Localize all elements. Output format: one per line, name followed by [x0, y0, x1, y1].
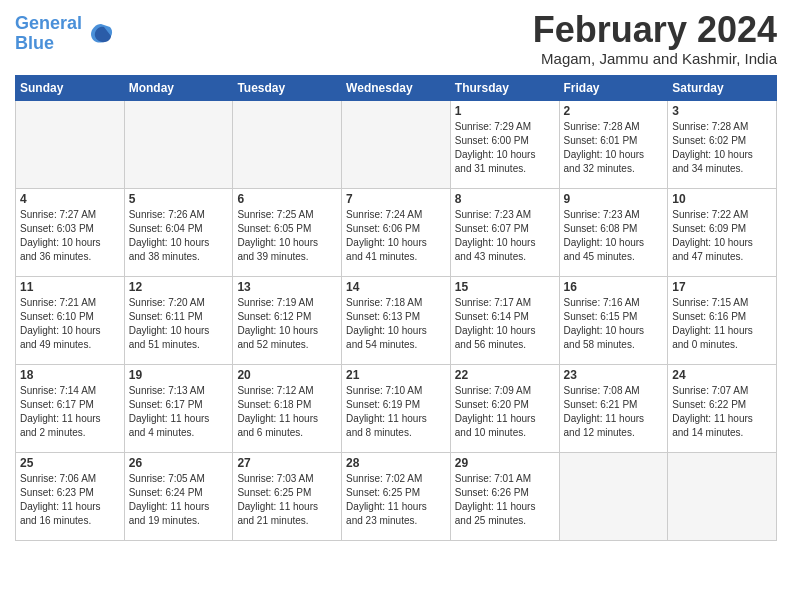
day-cell — [124, 100, 233, 188]
day-info: Sunrise: 7:26 AM Sunset: 6:04 PM Dayligh… — [129, 208, 229, 264]
day-number: 26 — [129, 456, 229, 470]
day-cell: 4Sunrise: 7:27 AM Sunset: 6:03 PM Daylig… — [16, 188, 125, 276]
day-cell: 29Sunrise: 7:01 AM Sunset: 6:26 PM Dayli… — [450, 452, 559, 540]
day-info: Sunrise: 7:05 AM Sunset: 6:24 PM Dayligh… — [129, 472, 229, 528]
day-info: Sunrise: 7:03 AM Sunset: 6:25 PM Dayligh… — [237, 472, 337, 528]
day-number: 23 — [564, 368, 664, 382]
day-cell: 18Sunrise: 7:14 AM Sunset: 6:17 PM Dayli… — [16, 364, 125, 452]
day-cell: 10Sunrise: 7:22 AM Sunset: 6:09 PM Dayli… — [668, 188, 777, 276]
day-number: 21 — [346, 368, 446, 382]
day-number: 1 — [455, 104, 555, 118]
day-cell: 14Sunrise: 7:18 AM Sunset: 6:13 PM Dayli… — [342, 276, 451, 364]
day-number: 29 — [455, 456, 555, 470]
day-number: 15 — [455, 280, 555, 294]
day-cell: 11Sunrise: 7:21 AM Sunset: 6:10 PM Dayli… — [16, 276, 125, 364]
day-info: Sunrise: 7:22 AM Sunset: 6:09 PM Dayligh… — [672, 208, 772, 264]
day-info: Sunrise: 7:24 AM Sunset: 6:06 PM Dayligh… — [346, 208, 446, 264]
day-cell: 7Sunrise: 7:24 AM Sunset: 6:06 PM Daylig… — [342, 188, 451, 276]
day-cell: 1Sunrise: 7:29 AM Sunset: 6:00 PM Daylig… — [450, 100, 559, 188]
col-header-thursday: Thursday — [450, 75, 559, 100]
day-cell: 23Sunrise: 7:08 AM Sunset: 6:21 PM Dayli… — [559, 364, 668, 452]
day-info: Sunrise: 7:19 AM Sunset: 6:12 PM Dayligh… — [237, 296, 337, 352]
day-number: 14 — [346, 280, 446, 294]
day-cell: 6Sunrise: 7:25 AM Sunset: 6:05 PM Daylig… — [233, 188, 342, 276]
day-info: Sunrise: 7:18 AM Sunset: 6:13 PM Dayligh… — [346, 296, 446, 352]
logo-text: General Blue — [15, 14, 82, 54]
day-number: 5 — [129, 192, 229, 206]
col-header-monday: Monday — [124, 75, 233, 100]
day-info: Sunrise: 7:25 AM Sunset: 6:05 PM Dayligh… — [237, 208, 337, 264]
day-number: 11 — [20, 280, 120, 294]
day-number: 6 — [237, 192, 337, 206]
header-row: SundayMondayTuesdayWednesdayThursdayFrid… — [16, 75, 777, 100]
week-row-4: 25Sunrise: 7:06 AM Sunset: 6:23 PM Dayli… — [16, 452, 777, 540]
day-info: Sunrise: 7:17 AM Sunset: 6:14 PM Dayligh… — [455, 296, 555, 352]
day-info: Sunrise: 7:09 AM Sunset: 6:20 PM Dayligh… — [455, 384, 555, 440]
logo: General Blue — [15, 14, 116, 54]
col-header-wednesday: Wednesday — [342, 75, 451, 100]
day-number: 28 — [346, 456, 446, 470]
day-cell — [559, 452, 668, 540]
day-info: Sunrise: 7:14 AM Sunset: 6:17 PM Dayligh… — [20, 384, 120, 440]
day-cell: 9Sunrise: 7:23 AM Sunset: 6:08 PM Daylig… — [559, 188, 668, 276]
day-number: 4 — [20, 192, 120, 206]
day-number: 22 — [455, 368, 555, 382]
day-cell — [16, 100, 125, 188]
day-cell — [233, 100, 342, 188]
day-cell: 15Sunrise: 7:17 AM Sunset: 6:14 PM Dayli… — [450, 276, 559, 364]
day-info: Sunrise: 7:21 AM Sunset: 6:10 PM Dayligh… — [20, 296, 120, 352]
col-header-tuesday: Tuesday — [233, 75, 342, 100]
day-cell: 12Sunrise: 7:20 AM Sunset: 6:11 PM Dayli… — [124, 276, 233, 364]
day-cell: 21Sunrise: 7:10 AM Sunset: 6:19 PM Dayli… — [342, 364, 451, 452]
col-header-sunday: Sunday — [16, 75, 125, 100]
day-info: Sunrise: 7:28 AM Sunset: 6:01 PM Dayligh… — [564, 120, 664, 176]
day-cell: 27Sunrise: 7:03 AM Sunset: 6:25 PM Dayli… — [233, 452, 342, 540]
col-header-saturday: Saturday — [668, 75, 777, 100]
day-number: 25 — [20, 456, 120, 470]
day-number: 7 — [346, 192, 446, 206]
day-number: 19 — [129, 368, 229, 382]
week-row-2: 11Sunrise: 7:21 AM Sunset: 6:10 PM Dayli… — [16, 276, 777, 364]
day-cell: 8Sunrise: 7:23 AM Sunset: 6:07 PM Daylig… — [450, 188, 559, 276]
day-cell: 5Sunrise: 7:26 AM Sunset: 6:04 PM Daylig… — [124, 188, 233, 276]
col-header-friday: Friday — [559, 75, 668, 100]
week-row-0: 1Sunrise: 7:29 AM Sunset: 6:00 PM Daylig… — [16, 100, 777, 188]
day-info: Sunrise: 7:16 AM Sunset: 6:15 PM Dayligh… — [564, 296, 664, 352]
day-info: Sunrise: 7:28 AM Sunset: 6:02 PM Dayligh… — [672, 120, 772, 176]
day-cell: 2Sunrise: 7:28 AM Sunset: 6:01 PM Daylig… — [559, 100, 668, 188]
day-cell: 25Sunrise: 7:06 AM Sunset: 6:23 PM Dayli… — [16, 452, 125, 540]
week-row-3: 18Sunrise: 7:14 AM Sunset: 6:17 PM Dayli… — [16, 364, 777, 452]
day-cell: 16Sunrise: 7:16 AM Sunset: 6:15 PM Dayli… — [559, 276, 668, 364]
day-cell: 20Sunrise: 7:12 AM Sunset: 6:18 PM Dayli… — [233, 364, 342, 452]
day-info: Sunrise: 7:01 AM Sunset: 6:26 PM Dayligh… — [455, 472, 555, 528]
day-number: 17 — [672, 280, 772, 294]
month-title: February 2024 — [533, 10, 777, 50]
day-number: 2 — [564, 104, 664, 118]
day-number: 10 — [672, 192, 772, 206]
day-number: 16 — [564, 280, 664, 294]
day-info: Sunrise: 7:02 AM Sunset: 6:25 PM Dayligh… — [346, 472, 446, 528]
day-number: 12 — [129, 280, 229, 294]
header: General Blue February 2024 Magam, Jammu … — [15, 10, 777, 67]
calendar-table: SundayMondayTuesdayWednesdayThursdayFrid… — [15, 75, 777, 541]
title-block: February 2024 Magam, Jammu and Kashmir, … — [533, 10, 777, 67]
day-cell: 22Sunrise: 7:09 AM Sunset: 6:20 PM Dayli… — [450, 364, 559, 452]
day-info: Sunrise: 7:10 AM Sunset: 6:19 PM Dayligh… — [346, 384, 446, 440]
day-info: Sunrise: 7:20 AM Sunset: 6:11 PM Dayligh… — [129, 296, 229, 352]
day-info: Sunrise: 7:06 AM Sunset: 6:23 PM Dayligh… — [20, 472, 120, 528]
day-cell — [668, 452, 777, 540]
day-cell: 28Sunrise: 7:02 AM Sunset: 6:25 PM Dayli… — [342, 452, 451, 540]
day-number: 20 — [237, 368, 337, 382]
location: Magam, Jammu and Kashmir, India — [533, 50, 777, 67]
day-number: 3 — [672, 104, 772, 118]
day-cell: 13Sunrise: 7:19 AM Sunset: 6:12 PM Dayli… — [233, 276, 342, 364]
day-cell: 17Sunrise: 7:15 AM Sunset: 6:16 PM Dayli… — [668, 276, 777, 364]
day-info: Sunrise: 7:29 AM Sunset: 6:00 PM Dayligh… — [455, 120, 555, 176]
week-row-1: 4Sunrise: 7:27 AM Sunset: 6:03 PM Daylig… — [16, 188, 777, 276]
day-info: Sunrise: 7:27 AM Sunset: 6:03 PM Dayligh… — [20, 208, 120, 264]
day-number: 24 — [672, 368, 772, 382]
day-info: Sunrise: 7:23 AM Sunset: 6:07 PM Dayligh… — [455, 208, 555, 264]
day-number: 18 — [20, 368, 120, 382]
day-info: Sunrise: 7:23 AM Sunset: 6:08 PM Dayligh… — [564, 208, 664, 264]
day-cell: 26Sunrise: 7:05 AM Sunset: 6:24 PM Dayli… — [124, 452, 233, 540]
